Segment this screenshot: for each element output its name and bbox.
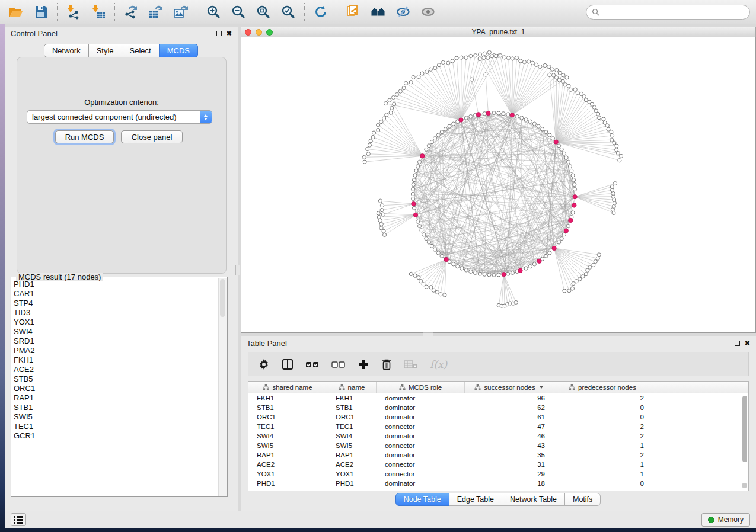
result-node-item[interactable]: RAP1 (14, 393, 218, 403)
result-node-item[interactable]: FKH1 (14, 355, 218, 365)
eye-slash-icon[interactable] (394, 3, 412, 21)
table-row[interactable]: ACE2ACE2connector311 (248, 460, 748, 469)
table-cell: 2 (553, 431, 652, 441)
close-panel-icon[interactable]: ✖ (745, 340, 750, 347)
zoom-fit-icon[interactable] (254, 3, 272, 21)
homes-icon[interactable] (369, 3, 387, 21)
delete-column-icon[interactable] (381, 358, 392, 370)
result-node-item[interactable]: GCR1 (14, 431, 218, 441)
table-cell: 0 (553, 412, 652, 422)
splitter-handle[interactable] (235, 265, 240, 275)
column-type-icon (399, 384, 406, 390)
tab-edge-table[interactable]: Edge Table (449, 493, 502, 506)
column-header-MCDS-role[interactable]: MCDS role (377, 382, 465, 393)
show-columns-icon[interactable] (282, 358, 294, 370)
result-node-item[interactable]: CAR1 (14, 289, 218, 299)
search-input[interactable] (603, 8, 744, 16)
result-node-item[interactable]: TID3 (14, 308, 218, 318)
mcds-result-group: MCDS result (17 nodes) PHD1CAR1STP4TID3Y… (11, 277, 228, 497)
tab-style[interactable]: Style (88, 44, 122, 57)
column-header-predecessor-nodes[interactable]: predecessor nodes (553, 382, 652, 393)
table-cell: PHD1 (248, 479, 327, 488)
zoom-selected-icon[interactable] (279, 3, 297, 21)
task-history-button[interactable] (11, 513, 26, 526)
table-row[interactable]: STB1STB1dominator620 (248, 403, 748, 412)
save-session-icon[interactable] (32, 3, 50, 21)
import-network-icon[interactable] (65, 3, 82, 21)
eye-icon[interactable] (419, 3, 437, 21)
share-network-icon[interactable] (344, 3, 362, 21)
table-cell: 2 (553, 422, 652, 431)
import-table-icon[interactable] (90, 3, 107, 21)
result-node-item[interactable]: YOX1 (14, 318, 218, 327)
result-node-item[interactable]: PHD1 (14, 280, 218, 289)
result-node-item[interactable]: ACE2 (14, 365, 218, 374)
table-cell: dominator (377, 403, 465, 412)
mcds-result-list[interactable]: PHD1CAR1STP4TID3YOX1SWI4SRD1PMA2FKH1ACE2… (12, 280, 218, 495)
column-header-name[interactable]: name (327, 382, 377, 393)
float-panel-icon[interactable] (735, 341, 740, 346)
table-cell: connector (377, 460, 465, 469)
result-node-item[interactable]: SWI5 (14, 412, 218, 422)
tab-motifs[interactable]: Motifs (564, 493, 601, 506)
result-node-item[interactable]: TEC1 (14, 422, 218, 431)
table-scrollbar-thumb[interactable] (742, 396, 747, 462)
table-cell: dominator (377, 431, 465, 441)
export-network-icon[interactable] (122, 3, 140, 21)
network-canvas[interactable] (241, 37, 756, 333)
result-node-item[interactable]: STP4 (14, 299, 218, 308)
export-image-icon[interactable] (172, 3, 190, 21)
optimization-criterion-select[interactable]: largest connected component (undirected) (27, 110, 212, 124)
add-column-icon[interactable] (358, 358, 369, 370)
table-row[interactable]: TEC1TEC1connector472 (248, 422, 748, 431)
tab-select[interactable]: Select (122, 44, 160, 57)
table-cell: 0 (553, 403, 652, 412)
result-scrollbar[interactable] (218, 278, 227, 496)
select-all-icon[interactable] (305, 360, 320, 368)
table-row[interactable]: FKH1FKH1dominator962 (248, 393, 748, 403)
float-panel-icon[interactable] (216, 31, 222, 36)
table-row[interactable]: SWI4SWI4dominator462 (248, 431, 748, 441)
table-row[interactable]: RAP1RAP1dominator352 (248, 450, 748, 460)
table-cell (652, 422, 748, 431)
column-header-successor-nodes[interactable]: successor nodes (465, 382, 553, 393)
memory-status-icon (708, 517, 714, 523)
network-titlebar[interactable]: YPA_prune.txt_1 (241, 27, 756, 37)
run-mcds-button[interactable]: Run MCDS (55, 130, 114, 143)
table-cell (652, 460, 748, 469)
zoom-in-icon[interactable] (205, 3, 222, 21)
memory-button[interactable]: Memory (701, 513, 750, 527)
tab-network[interactable]: Network (44, 44, 89, 57)
open-session-icon[interactable] (7, 3, 25, 21)
result-node-item[interactable]: PMA2 (14, 346, 218, 355)
tab-mcds[interactable]: MCDS (159, 44, 198, 57)
refresh-icon[interactable] (312, 3, 330, 21)
table-cell: connector (377, 441, 465, 450)
result-node-item[interactable]: STB5 (14, 374, 218, 384)
close-panel-button[interactable]: Close panel (121, 130, 183, 143)
result-node-item[interactable]: ORC1 (14, 384, 218, 393)
close-panel-icon[interactable]: ✖ (227, 30, 232, 37)
table-cell: 47 (465, 422, 553, 431)
function-builder-icon[interactable]: f(x) (430, 358, 447, 370)
table-cell: 29 (465, 469, 553, 479)
deselect-all-icon[interactable] (331, 360, 346, 368)
table-settings-gear-icon[interactable] (258, 358, 270, 370)
table-row[interactable]: ORC1ORC1dominator610 (248, 412, 748, 422)
zoom-out-icon[interactable] (229, 3, 247, 21)
tab-network-table[interactable]: Network Table (502, 493, 565, 506)
export-table-icon[interactable] (147, 3, 165, 21)
table-row[interactable]: SWI5SWI5connector431 (248, 441, 748, 450)
table-row[interactable]: YOX1YOX1connector291 (248, 469, 748, 479)
delete-table-icon[interactable] (404, 360, 418, 369)
search-box[interactable] (586, 5, 750, 20)
table-row[interactable]: PHD1PHD1dominator180 (248, 479, 748, 488)
result-node-item[interactable]: STB1 (14, 403, 218, 412)
table-toolbar: f(x) (248, 352, 749, 376)
node-table: shared namenameMCDS rolesuccessor nodesp… (248, 381, 749, 491)
tab-node-table[interactable]: Node Table (395, 493, 449, 506)
result-node-item[interactable]: SWI4 (14, 327, 218, 336)
result-node-item[interactable]: SRD1 (14, 336, 218, 346)
column-header-shared-name[interactable]: shared name (248, 382, 327, 393)
list-icon (14, 516, 23, 524)
